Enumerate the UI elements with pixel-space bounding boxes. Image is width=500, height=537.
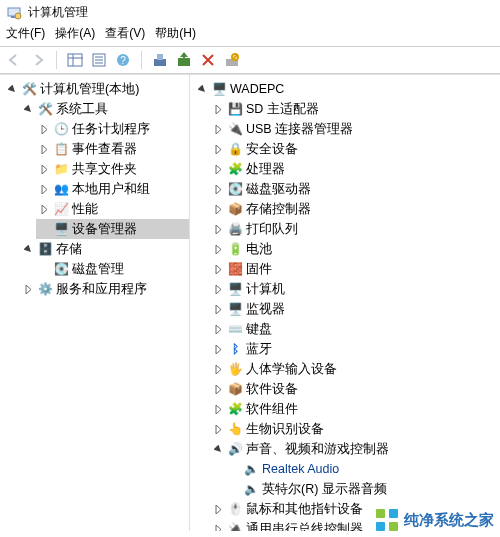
properties-button[interactable] — [91, 52, 107, 68]
expand-icon[interactable] — [38, 183, 50, 195]
tree-item[interactable]: 🧩处理器 — [210, 159, 500, 179]
toolbar-separator — [56, 51, 57, 69]
tree-item[interactable]: 👆生物识别设备 — [210, 419, 500, 439]
console-tree-button[interactable] — [67, 52, 83, 68]
expand-icon[interactable] — [212, 383, 224, 395]
tree-item[interactable]: 🔈英特尔(R) 显示器音频 — [226, 479, 500, 499]
svg-rect-12 — [154, 59, 166, 66]
expand-icon[interactable] — [212, 103, 224, 115]
left-tree[interactable]: 🛠️计算机管理(本地)🛠️系统工具🕒任务计划程序📋事件查看器📁共享文件夹👥本地用… — [4, 79, 189, 299]
expand-icon[interactable] — [212, 323, 224, 335]
toolbar: ? — [0, 47, 500, 73]
tree-item[interactable]: 💽磁盘驱动器 — [210, 179, 500, 199]
expand-icon[interactable] — [212, 123, 224, 135]
tree-item-label: 本地用户和组 — [72, 180, 150, 198]
tree-item[interactable]: 📁共享文件夹 — [36, 159, 189, 179]
collapse-icon[interactable] — [196, 83, 208, 95]
back-button[interactable] — [6, 52, 22, 68]
tree-item[interactable]: 🕒任务计划程序 — [36, 119, 189, 139]
expand-icon[interactable] — [212, 503, 224, 515]
menu-file[interactable]: 文件(F) — [6, 25, 45, 42]
menu-help[interactable]: 帮助(H) — [155, 25, 196, 42]
help-button[interactable]: ? — [115, 52, 131, 68]
tree-item[interactable]: ⌨️键盘 — [210, 319, 500, 339]
tree-item-label: 安全设备 — [246, 140, 298, 158]
usb-icon: 🔌 — [227, 121, 243, 137]
users-icon: 👥 — [53, 181, 69, 197]
tree-item-label: 系统工具 — [56, 100, 108, 118]
toolbar-separator — [141, 51, 142, 69]
expand-icon[interactable] — [212, 223, 224, 235]
svg-rect-3 — [68, 54, 82, 66]
speaker-icon: 🔈 — [243, 461, 259, 477]
tree-root[interactable]: 🖥️WADEPC — [194, 79, 500, 99]
expand-icon[interactable] — [212, 343, 224, 355]
expand-icon[interactable] — [38, 143, 50, 155]
tree-item[interactable]: 🖥️设备管理器 — [36, 219, 189, 239]
expand-icon[interactable] — [212, 523, 224, 531]
printer-icon: 🖨️ — [227, 221, 243, 237]
expand-icon[interactable] — [212, 423, 224, 435]
tree-item[interactable]: 📋事件查看器 — [36, 139, 189, 159]
tree-item[interactable]: 💾SD 主适配器 — [210, 99, 500, 119]
tree-item[interactable]: 📦存储控制器 — [210, 199, 500, 219]
tree-item[interactable]: ⚙️服务和应用程序 — [20, 279, 189, 299]
biometric-icon: 👆 — [227, 421, 243, 437]
right-tree[interactable]: 🖥️WADEPC💾SD 主适配器🔌USB 连接器管理器🔒安全设备🧩处理器💽磁盘驱… — [194, 79, 500, 531]
update-driver-button[interactable] — [176, 52, 192, 68]
collapse-icon[interactable] — [22, 103, 34, 115]
disable-button[interactable] — [224, 52, 240, 68]
expand-icon[interactable] — [212, 143, 224, 155]
speaker-icon: 🔈 — [243, 481, 259, 497]
collapse-icon[interactable] — [22, 243, 34, 255]
expand-icon[interactable] — [38, 163, 50, 175]
expand-icon[interactable] — [212, 403, 224, 415]
tree-item[interactable]: 👥本地用户和组 — [36, 179, 189, 199]
tree-item[interactable]: 🧱固件 — [210, 259, 500, 279]
menu-view[interactable]: 查看(V) — [105, 25, 145, 42]
uninstall-button[interactable] — [200, 52, 216, 68]
tree-item-label: 固件 — [246, 260, 272, 278]
tree-item[interactable]: 📈性能 — [36, 199, 189, 219]
tree-item[interactable]: 🛠️系统工具 — [20, 99, 189, 119]
expand-icon[interactable] — [212, 283, 224, 295]
tree-item[interactable]: 🗄️存储 — [20, 239, 189, 259]
tree-item-label: 事件查看器 — [72, 140, 137, 158]
collapse-icon[interactable] — [6, 83, 18, 95]
expand-icon[interactable] — [212, 243, 224, 255]
tree-item[interactable]: 🖐️人体学输入设备 — [210, 359, 500, 379]
tree-item[interactable]: 📦软件设备 — [210, 379, 500, 399]
expand-icon[interactable] — [212, 183, 224, 195]
tree-item[interactable]: ᛒ蓝牙 — [210, 339, 500, 359]
tree-item-label: 声音、视频和游戏控制器 — [246, 440, 389, 458]
expand-icon[interactable] — [212, 203, 224, 215]
scan-hw-button[interactable] — [152, 52, 168, 68]
expand-icon[interactable] — [212, 303, 224, 315]
expand-icon[interactable] — [38, 203, 50, 215]
tree-item[interactable]: 🧩软件组件 — [210, 399, 500, 419]
tree-item[interactable]: 🖨️打印队列 — [210, 219, 500, 239]
menu-action[interactable]: 操作(A) — [55, 25, 95, 42]
battery-icon: 🔋 — [227, 241, 243, 257]
tree-item[interactable]: 🔋电池 — [210, 239, 500, 259]
tree-item[interactable]: 🔒安全设备 — [210, 139, 500, 159]
sd-icon: 💾 — [227, 101, 243, 117]
expand-icon[interactable] — [212, 363, 224, 375]
forward-button[interactable] — [30, 52, 46, 68]
tree-item[interactable]: 🔊声音、视频和游戏控制器 — [210, 439, 500, 459]
window-title: 计算机管理 — [28, 4, 88, 21]
tree-item[interactable]: 🖥️计算机 — [210, 279, 500, 299]
tree-item[interactable]: 💽磁盘管理 — [36, 259, 189, 279]
tree-item[interactable]: 🔌通用串行总线控制器 — [210, 519, 500, 531]
tree-root[interactable]: 🛠️计算机管理(本地) — [4, 79, 189, 99]
tree-item[interactable]: 🖱️鼠标和其他指针设备 — [210, 499, 500, 519]
expand-icon[interactable] — [22, 283, 34, 295]
expand-icon[interactable] — [212, 263, 224, 275]
tree-root-label: WADEPC — [230, 80, 284, 98]
expand-icon[interactable] — [212, 163, 224, 175]
tree-item[interactable]: 🖥️监视器 — [210, 299, 500, 319]
tree-item[interactable]: 🔈Realtek Audio — [226, 459, 500, 479]
expand-icon[interactable] — [38, 123, 50, 135]
collapse-icon[interactable] — [212, 443, 224, 455]
tree-item[interactable]: 🔌USB 连接器管理器 — [210, 119, 500, 139]
